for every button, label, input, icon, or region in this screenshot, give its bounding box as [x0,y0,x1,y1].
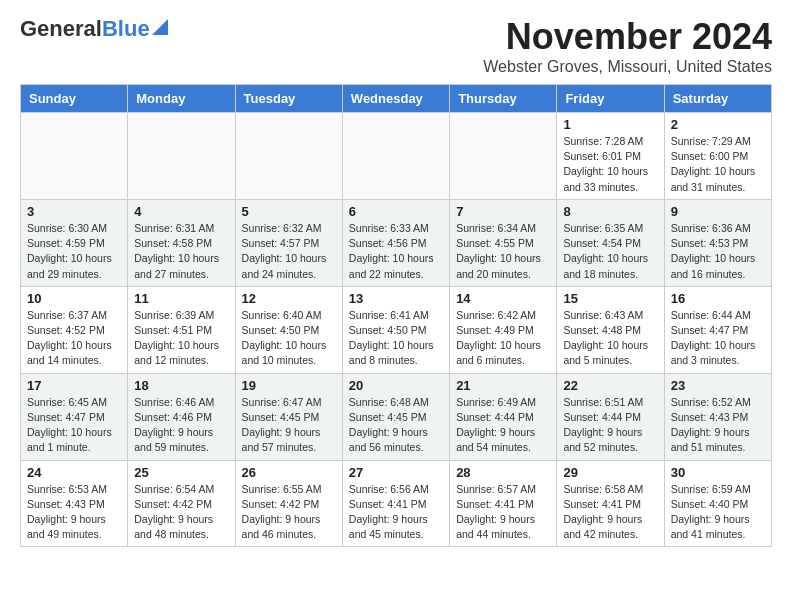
day-info: Sunrise: 6:41 AM Sunset: 4:50 PM Dayligh… [349,308,443,369]
table-row: 5Sunrise: 6:32 AM Sunset: 4:57 PM Daylig… [235,199,342,286]
day-number: 10 [27,291,121,306]
table-row: 12Sunrise: 6:40 AM Sunset: 4:50 PM Dayli… [235,286,342,373]
title-section: November 2024 Webster Groves, Missouri, … [483,16,772,76]
day-info: Sunrise: 7:29 AM Sunset: 6:00 PM Dayligh… [671,134,765,195]
table-row: 15Sunrise: 6:43 AM Sunset: 4:48 PM Dayli… [557,286,664,373]
month-title: November 2024 [483,16,772,58]
table-row [21,113,128,200]
day-info: Sunrise: 6:56 AM Sunset: 4:41 PM Dayligh… [349,482,443,543]
col-wednesday: Wednesday [342,85,449,113]
day-number: 20 [349,378,443,393]
table-row: 29Sunrise: 6:58 AM Sunset: 4:41 PM Dayli… [557,460,664,547]
day-number: 19 [242,378,336,393]
calendar-header-row: Sunday Monday Tuesday Wednesday Thursday… [21,85,772,113]
day-number: 11 [134,291,228,306]
location-title: Webster Groves, Missouri, United States [483,58,772,76]
col-sunday: Sunday [21,85,128,113]
day-number: 22 [563,378,657,393]
day-info: Sunrise: 7:28 AM Sunset: 6:01 PM Dayligh… [563,134,657,195]
day-info: Sunrise: 6:34 AM Sunset: 4:55 PM Dayligh… [456,221,550,282]
day-number: 21 [456,378,550,393]
table-row: 10Sunrise: 6:37 AM Sunset: 4:52 PM Dayli… [21,286,128,373]
day-number: 1 [563,117,657,132]
table-row: 21Sunrise: 6:49 AM Sunset: 4:44 PM Dayli… [450,373,557,460]
table-row: 17Sunrise: 6:45 AM Sunset: 4:47 PM Dayli… [21,373,128,460]
day-number: 7 [456,204,550,219]
table-row: 26Sunrise: 6:55 AM Sunset: 4:42 PM Dayli… [235,460,342,547]
day-info: Sunrise: 6:54 AM Sunset: 4:42 PM Dayligh… [134,482,228,543]
table-row: 28Sunrise: 6:57 AM Sunset: 4:41 PM Dayli… [450,460,557,547]
table-row [342,113,449,200]
day-number: 6 [349,204,443,219]
table-row: 27Sunrise: 6:56 AM Sunset: 4:41 PM Dayli… [342,460,449,547]
day-number: 17 [27,378,121,393]
day-number: 25 [134,465,228,480]
table-row: 11Sunrise: 6:39 AM Sunset: 4:51 PM Dayli… [128,286,235,373]
day-info: Sunrise: 6:32 AM Sunset: 4:57 PM Dayligh… [242,221,336,282]
day-number: 2 [671,117,765,132]
day-info: Sunrise: 6:40 AM Sunset: 4:50 PM Dayligh… [242,308,336,369]
table-row: 24Sunrise: 6:53 AM Sunset: 4:43 PM Dayli… [21,460,128,547]
table-row: 23Sunrise: 6:52 AM Sunset: 4:43 PM Dayli… [664,373,771,460]
day-number: 15 [563,291,657,306]
logo-triangle-icon [152,19,168,35]
table-row: 1Sunrise: 7:28 AM Sunset: 6:01 PM Daylig… [557,113,664,200]
day-info: Sunrise: 6:58 AM Sunset: 4:41 PM Dayligh… [563,482,657,543]
logo-blue: Blue [102,16,150,42]
table-row: 16Sunrise: 6:44 AM Sunset: 4:47 PM Dayli… [664,286,771,373]
day-number: 9 [671,204,765,219]
day-info: Sunrise: 6:45 AM Sunset: 4:47 PM Dayligh… [27,395,121,456]
table-row: 30Sunrise: 6:59 AM Sunset: 4:40 PM Dayli… [664,460,771,547]
day-info: Sunrise: 6:33 AM Sunset: 4:56 PM Dayligh… [349,221,443,282]
day-number: 13 [349,291,443,306]
day-number: 14 [456,291,550,306]
day-info: Sunrise: 6:49 AM Sunset: 4:44 PM Dayligh… [456,395,550,456]
table-row: 8Sunrise: 6:35 AM Sunset: 4:54 PM Daylig… [557,199,664,286]
day-number: 29 [563,465,657,480]
day-info: Sunrise: 6:47 AM Sunset: 4:45 PM Dayligh… [242,395,336,456]
day-info: Sunrise: 6:43 AM Sunset: 4:48 PM Dayligh… [563,308,657,369]
day-number: 5 [242,204,336,219]
page-container: General Blue November 2024 Webster Grove… [0,0,792,563]
logo: General Blue [20,16,168,42]
day-info: Sunrise: 6:52 AM Sunset: 4:43 PM Dayligh… [671,395,765,456]
day-number: 26 [242,465,336,480]
table-row: 14Sunrise: 6:42 AM Sunset: 4:49 PM Dayli… [450,286,557,373]
day-info: Sunrise: 6:53 AM Sunset: 4:43 PM Dayligh… [27,482,121,543]
day-info: Sunrise: 6:48 AM Sunset: 4:45 PM Dayligh… [349,395,443,456]
col-thursday: Thursday [450,85,557,113]
table-row: 22Sunrise: 6:51 AM Sunset: 4:44 PM Dayli… [557,373,664,460]
table-row: 9Sunrise: 6:36 AM Sunset: 4:53 PM Daylig… [664,199,771,286]
day-number: 28 [456,465,550,480]
table-row: 3Sunrise: 6:30 AM Sunset: 4:59 PM Daylig… [21,199,128,286]
calendar-table: Sunday Monday Tuesday Wednesday Thursday… [20,84,772,547]
day-info: Sunrise: 6:55 AM Sunset: 4:42 PM Dayligh… [242,482,336,543]
table-row: 6Sunrise: 6:33 AM Sunset: 4:56 PM Daylig… [342,199,449,286]
col-monday: Monday [128,85,235,113]
day-number: 27 [349,465,443,480]
day-number: 3 [27,204,121,219]
day-number: 24 [27,465,121,480]
day-info: Sunrise: 6:35 AM Sunset: 4:54 PM Dayligh… [563,221,657,282]
day-info: Sunrise: 6:42 AM Sunset: 4:49 PM Dayligh… [456,308,550,369]
table-row: 18Sunrise: 6:46 AM Sunset: 4:46 PM Dayli… [128,373,235,460]
header: General Blue November 2024 Webster Grove… [20,16,772,76]
table-row: 19Sunrise: 6:47 AM Sunset: 4:45 PM Dayli… [235,373,342,460]
day-number: 4 [134,204,228,219]
col-friday: Friday [557,85,664,113]
table-row [128,113,235,200]
col-tuesday: Tuesday [235,85,342,113]
day-info: Sunrise: 6:51 AM Sunset: 4:44 PM Dayligh… [563,395,657,456]
day-info: Sunrise: 6:31 AM Sunset: 4:58 PM Dayligh… [134,221,228,282]
day-info: Sunrise: 6:46 AM Sunset: 4:46 PM Dayligh… [134,395,228,456]
day-info: Sunrise: 6:39 AM Sunset: 4:51 PM Dayligh… [134,308,228,369]
table-row [235,113,342,200]
day-number: 30 [671,465,765,480]
table-row: 7Sunrise: 6:34 AM Sunset: 4:55 PM Daylig… [450,199,557,286]
day-info: Sunrise: 6:59 AM Sunset: 4:40 PM Dayligh… [671,482,765,543]
table-row: 4Sunrise: 6:31 AM Sunset: 4:58 PM Daylig… [128,199,235,286]
day-info: Sunrise: 6:44 AM Sunset: 4:47 PM Dayligh… [671,308,765,369]
day-info: Sunrise: 6:30 AM Sunset: 4:59 PM Dayligh… [27,221,121,282]
day-number: 18 [134,378,228,393]
table-row: 13Sunrise: 6:41 AM Sunset: 4:50 PM Dayli… [342,286,449,373]
